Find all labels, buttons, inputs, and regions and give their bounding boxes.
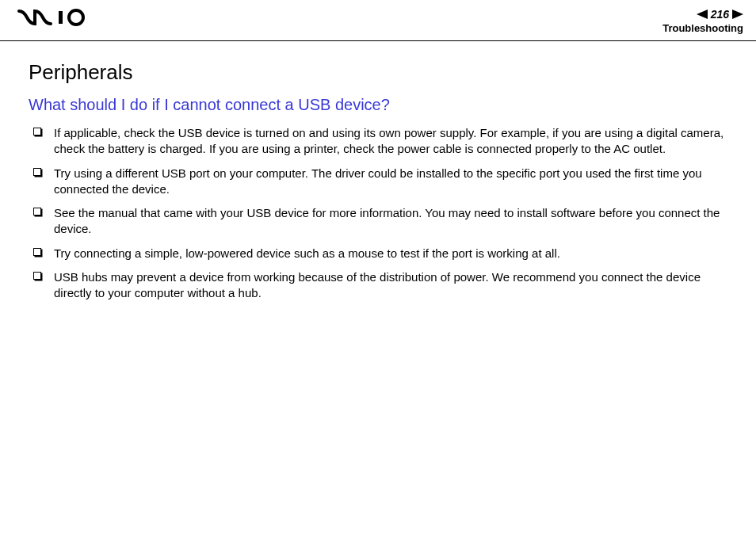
vaio-logo	[17, 8, 97, 30]
next-page-icon[interactable]	[732, 10, 743, 19]
list-item: See the manual that came with your USB d…	[33, 205, 727, 238]
bullet-icon	[33, 272, 41, 280]
svg-rect-0	[59, 11, 63, 24]
header-right: 216 Troubleshooting	[662, 8, 743, 34]
svg-point-1	[69, 10, 83, 25]
page-header: 216 Troubleshooting	[0, 0, 756, 41]
list-item: Try using a different USB port on your c…	[33, 166, 727, 198]
page-content: Peripherals What should I do if I cannot…	[0, 41, 756, 301]
list-item-text: Try connecting a simple, low-powered dev…	[54, 246, 560, 260]
prev-page-icon[interactable]	[697, 10, 708, 19]
bullet-icon	[33, 248, 41, 256]
list-item: If applicable, check the USB device is t…	[33, 125, 727, 158]
subheading: What should I do if I cannot connect a U…	[29, 96, 727, 114]
bullet-icon	[33, 208, 41, 216]
list-item-text: USB hubs may prevent a device from worki…	[54, 270, 701, 299]
page-number: 216	[711, 8, 729, 21]
list-item: Try connecting a simple, low-powered dev…	[33, 246, 727, 261]
list-item: USB hubs may prevent a device from worki…	[33, 269, 727, 302]
section-label: Troubleshooting	[662, 22, 743, 34]
page-title: Peripherals	[29, 60, 727, 85]
bullet-icon	[33, 168, 41, 176]
bullet-icon	[33, 128, 41, 135]
list-item-text: See the manual that came with your USB d…	[54, 206, 720, 235]
list-item-text: Try using a different USB port on your c…	[54, 166, 702, 196]
list-item-text: If applicable, check the USB device is t…	[54, 126, 724, 155]
page-nav: 216	[697, 8, 743, 21]
bullet-list: If applicable, check the USB device is t…	[29, 125, 727, 301]
